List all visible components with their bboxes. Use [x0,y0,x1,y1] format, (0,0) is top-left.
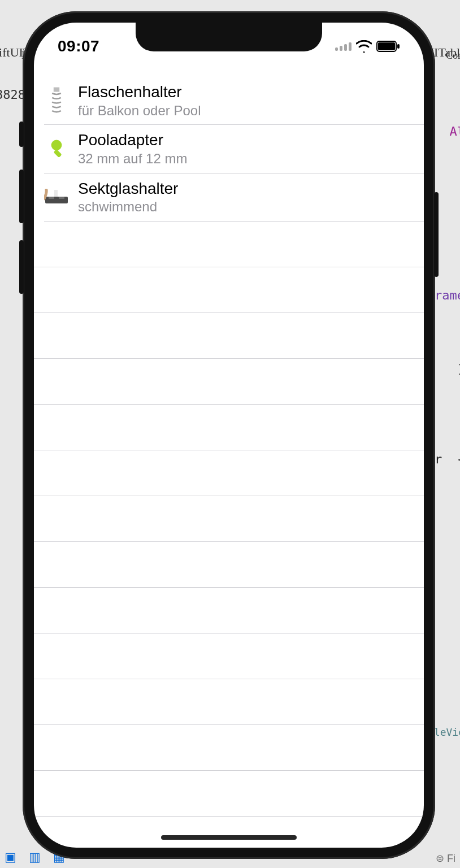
home-indicator[interactable] [161,835,297,840]
bg-code-rame: rame [435,288,460,302]
bg-toolbar-cont: Cont [446,50,460,62]
svg-rect-2 [397,44,400,49]
empty-table-row [34,588,424,633]
empty-table-row [34,679,424,724]
cellular-dots-icon [335,42,351,51]
xcode-filter-hint: ⊜ Fi [436,852,455,865]
bg-code-al: Al [450,124,461,138]
row-title: Sektglashalter [78,179,178,198]
row-title: Flaschenhalter [78,83,201,102]
svg-rect-1 [378,42,395,50]
empty-table-row [34,496,424,541]
wifi-icon [356,40,372,53]
bg-code-brace: r { [435,452,460,466]
screen: 09:07 [34,23,424,848]
mute-switch[interactable] [19,121,24,147]
volume-down-button[interactable] [19,240,24,294]
empty-table-row [34,313,424,358]
empty-table-row [34,542,424,587]
empty-table-row [34,725,424,770]
status-time: 09:07 [58,31,99,55]
bg-line-number: 8828 [0,88,25,102]
table-row[interactable]: Pooladapter 32 mm auf 12 mm [34,125,424,172]
side-power-button[interactable] [434,192,439,277]
bg-code-levie: leVie [434,726,460,738]
spring-bottle-holder-icon [44,88,69,113]
row-title: Pooladapter [78,131,187,150]
empty-table-row [34,633,424,679]
row-subtitle: für Balkon oder Pool [78,103,201,119]
empty-table-row [34,405,424,450]
svg-rect-7 [59,197,64,199]
volume-up-button[interactable] [19,170,24,223]
empty-table-row [34,359,424,404]
empty-table-row [34,771,424,816]
empty-rows-region [34,222,424,848]
green-adapter-icon [44,137,69,162]
table-row[interactable]: Flaschenhalter für Balkon oder Pool [34,77,424,124]
empty-table-row [34,222,424,267]
empty-table-row [34,267,424,313]
floating-tray-icon [44,185,69,210]
table-row[interactable]: Sektglashalter schwimmend [34,173,424,221]
svg-rect-6 [49,197,54,199]
empty-table-row [34,450,424,496]
empty-table-row [34,817,424,848]
row-subtitle: 32 mm auf 12 mm [78,151,187,167]
battery-icon [376,41,400,52]
notch [136,23,322,51]
table-view[interactable]: Flaschenhalter für Balkon oder Pool Pool… [34,77,424,848]
iphone-frame: 09:07 [23,11,435,859]
row-subtitle: schwimmend [78,199,178,215]
bg-code-paren: ) [457,362,460,376]
svg-rect-8 [54,190,58,197]
